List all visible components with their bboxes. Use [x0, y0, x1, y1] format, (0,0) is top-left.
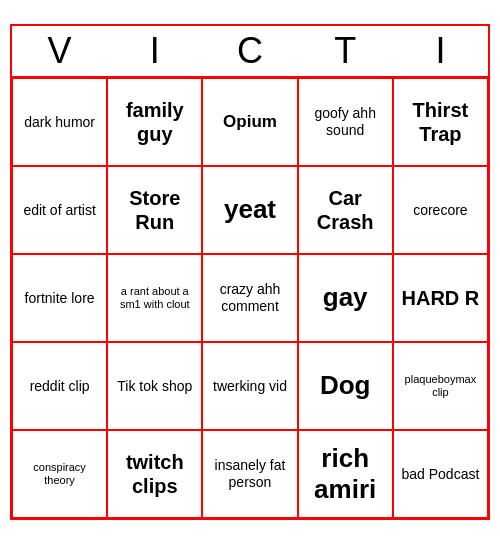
bingo-cell-21: twitch clips [107, 430, 202, 518]
bingo-cell-4: Thirst Trap [393, 78, 488, 166]
header-c: C [202, 26, 297, 76]
bingo-cell-19: plaqueboymax clip [393, 342, 488, 430]
bingo-cell-10: fortnite lore [12, 254, 107, 342]
bingo-cell-18: Dog [298, 342, 393, 430]
bingo-grid: dark humorfamily guyOpiumgoofy ahh sound… [12, 76, 488, 518]
bingo-cell-3: goofy ahh sound [298, 78, 393, 166]
header-i: I [107, 26, 202, 76]
header-t: T [298, 26, 393, 76]
bingo-cell-0: dark humor [12, 78, 107, 166]
bingo-cell-8: Car Crash [298, 166, 393, 254]
bingo-cell-1: family guy [107, 78, 202, 166]
bingo-header: V I C T I [12, 26, 488, 76]
bingo-cell-23: rich amiri [298, 430, 393, 518]
bingo-cell-15: reddit clip [12, 342, 107, 430]
bingo-cell-11: a rant about a sm1 with clout [107, 254, 202, 342]
bingo-cell-13: gay [298, 254, 393, 342]
bingo-cell-24: bad Podcast [393, 430, 488, 518]
bingo-cell-14: HARD R [393, 254, 488, 342]
bingo-cell-7: yeat [202, 166, 297, 254]
bingo-cell-16: Tik tok shop [107, 342, 202, 430]
bingo-cell-6: Store Run [107, 166, 202, 254]
bingo-cell-22: insanely fat person [202, 430, 297, 518]
bingo-card: V I C T I dark humorfamily guyOpiumgoofy… [10, 24, 490, 520]
bingo-cell-20: conspiracy theory [12, 430, 107, 518]
bingo-cell-5: edit of artist [12, 166, 107, 254]
bingo-cell-17: twerking vid [202, 342, 297, 430]
bingo-cell-9: corecore [393, 166, 488, 254]
header-i2: I [393, 26, 488, 76]
bingo-cell-12: crazy ahh comment [202, 254, 297, 342]
header-v: V [12, 26, 107, 76]
bingo-cell-2: Opium [202, 78, 297, 166]
